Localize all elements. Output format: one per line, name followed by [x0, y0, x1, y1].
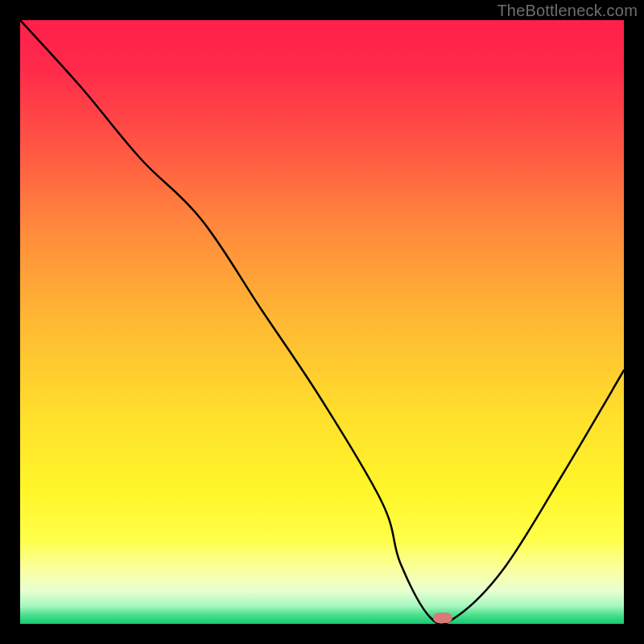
watermark-text: TheBottleneck.com: [497, 2, 638, 20]
plot-area: [20, 20, 624, 624]
chart-frame: TheBottleneck.com: [0, 0, 644, 644]
marker-pill: [433, 613, 452, 623]
chart-svg: [20, 20, 624, 624]
gradient-background: [20, 20, 624, 624]
